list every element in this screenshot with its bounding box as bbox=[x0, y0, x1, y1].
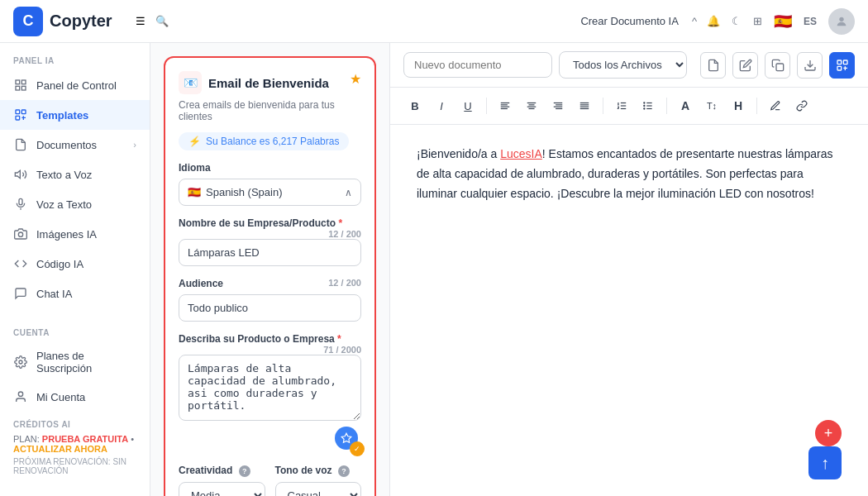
sidebar-item-imagenes-ia[interactable]: Imágenes IA bbox=[0, 219, 150, 249]
avatar[interactable] bbox=[828, 8, 855, 35]
svg-point-12 bbox=[19, 360, 22, 364]
creatividad-tono-row: Creatividad ? Media Tono de voz ? Casual bbox=[179, 465, 361, 496]
sidebar-item-planes[interactable]: Planes de Suscripción bbox=[0, 342, 150, 382]
menu-icon[interactable]: ☰ bbox=[136, 15, 145, 27]
creatividad-select[interactable]: Media bbox=[179, 482, 265, 496]
archive-select[interactable]: Todos los Archivos bbox=[559, 51, 687, 79]
fab-blue-button[interactable]: ↑ bbox=[808, 446, 842, 479]
ai-icon bbox=[13, 107, 28, 122]
sidebar-label-codigo-ia: Código IA bbox=[36, 258, 83, 270]
tono-select[interactable]: Casual bbox=[275, 482, 362, 496]
nombre-group: Nombre de su Empresa/Producto * 12 / 200 bbox=[179, 217, 361, 266]
lang-label: ES bbox=[804, 16, 817, 27]
doc-icon-btn-1[interactable] bbox=[700, 52, 726, 79]
tono-label: Tono de voz ? bbox=[275, 465, 362, 477]
align-center-btn[interactable] bbox=[520, 94, 543, 117]
crear-documento-btn[interactable]: Crear Documento IA bbox=[580, 15, 679, 27]
svg-rect-1 bbox=[16, 80, 20, 84]
search-icon[interactable]: 🔍 bbox=[155, 15, 169, 27]
expand-icon[interactable]: ⊞ bbox=[753, 15, 762, 27]
new-doc-input[interactable] bbox=[403, 52, 552, 78]
sidebar-item-voz-texto[interactable]: Voz a Texto bbox=[0, 189, 150, 219]
unordered-list-btn[interactable] bbox=[637, 94, 660, 117]
main-layout: PANEL IA Panel de Control Templates Docu… bbox=[0, 43, 868, 496]
sidebar-label-documentos: Documentos bbox=[36, 139, 97, 151]
sidebar-item-documentos[interactable]: Documentos › bbox=[0, 130, 150, 160]
audio-icon bbox=[13, 167, 28, 182]
nombre-input[interactable] bbox=[179, 239, 361, 266]
idioma-value: Spanish (Spain) bbox=[206, 186, 345, 198]
lucesia-link[interactable]: LucesIA bbox=[500, 147, 542, 160]
link-btn[interactable] bbox=[790, 94, 813, 117]
grid-icon bbox=[13, 78, 28, 93]
fmt-sep-4 bbox=[756, 98, 757, 114]
editor-content[interactable]: ¡Bienvenido/a a LucesIA! Estamos encanta… bbox=[390, 125, 868, 496]
justify-btn[interactable] bbox=[573, 94, 596, 117]
doc-icon-btn-4[interactable] bbox=[797, 52, 823, 79]
svg-point-11 bbox=[18, 232, 22, 236]
svg-rect-3 bbox=[16, 86, 20, 90]
topnav: C Copyter ☰ 🔍 Crear Documento IA ^ 🔔 ☾ ⊞… bbox=[0, 0, 868, 43]
svg-rect-14 bbox=[776, 64, 784, 71]
bell-icon[interactable]: 🔔 bbox=[707, 15, 720, 27]
svg-rect-6 bbox=[21, 110, 26, 114]
card-title: Email de Bienvenida bbox=[208, 76, 329, 90]
align-right-btn[interactable] bbox=[546, 94, 570, 117]
font-size-btn[interactable]: T↕ bbox=[700, 94, 723, 117]
sidebar-item-mi-cuenta[interactable]: Mi Cuenta bbox=[0, 382, 150, 412]
sidebar-label-panel-control: Panel de Control bbox=[36, 79, 117, 92]
sidebar-item-texto-voz[interactable]: Texto a Voz bbox=[0, 160, 150, 189]
tono-info-icon[interactable]: ? bbox=[338, 465, 350, 477]
ordered-list-btn[interactable] bbox=[610, 94, 633, 117]
logo-icon: C bbox=[13, 7, 43, 36]
idioma-select[interactable]: 🇪🇸 Spanish (Spain) ∧ bbox=[179, 179, 361, 206]
plan-prueba-link[interactable]: PRUEBA GRATUITA bbox=[42, 434, 128, 444]
align-left-btn[interactable] bbox=[494, 94, 517, 117]
mic-icon bbox=[13, 197, 28, 212]
credits-section: CRÉDITOS AI PLAN: PRUEBA GRATUITA • ACTU… bbox=[0, 412, 150, 484]
sidebar-item-panel-control[interactable]: Panel de Control bbox=[0, 70, 150, 100]
svg-point-41 bbox=[644, 103, 645, 103]
star-icon[interactable]: ★ bbox=[350, 71, 361, 87]
audience-input[interactable] bbox=[179, 294, 361, 322]
sidebar-label-planes: Planes de Suscripción bbox=[36, 350, 136, 374]
font-color-btn[interactable]: A bbox=[674, 94, 697, 117]
doc-icon-btn-2[interactable] bbox=[732, 52, 758, 79]
fmt-sep-1 bbox=[486, 98, 487, 114]
ai-badge-container[interactable]: ✓ bbox=[335, 427, 361, 453]
bold-btn[interactable]: B bbox=[403, 94, 427, 117]
sidebar-item-templates[interactable]: Templates bbox=[0, 100, 150, 130]
describe-group: Describa su Producto o Empresa * 71 / 20… bbox=[179, 333, 361, 453]
describe-textarea[interactable]: Lámparas de alta capacidad de alumbrado,… bbox=[179, 355, 361, 421]
svg-rect-7 bbox=[16, 116, 20, 120]
idioma-group: Idioma 🇪🇸 Spanish (Spain) ∧ bbox=[179, 162, 361, 206]
doc-icon-btn-3[interactable] bbox=[765, 52, 790, 79]
underline-btn[interactable]: U bbox=[456, 94, 479, 117]
idioma-label: Idioma bbox=[179, 162, 361, 174]
pen-btn[interactable] bbox=[764, 94, 787, 117]
italic-btn[interactable]: I bbox=[430, 94, 453, 117]
svg-rect-4 bbox=[21, 86, 26, 90]
editor-panel: Todos los Archivos B I U bbox=[390, 43, 868, 496]
camera-icon bbox=[13, 227, 28, 241]
sidebar-label-chat-ia: Chat IA bbox=[36, 288, 72, 300]
chat-icon bbox=[13, 286, 28, 301]
svg-rect-9 bbox=[19, 198, 22, 204]
idioma-flag: 🇪🇸 bbox=[188, 186, 201, 198]
moon-icon[interactable]: ☾ bbox=[732, 15, 742, 27]
sidebar-item-codigo-ia[interactable]: Código IA bbox=[0, 249, 150, 279]
email-card-icon: 📧 bbox=[179, 71, 202, 94]
plan-actualizar-link[interactable]: ACTUALIZAR AHORA bbox=[13, 444, 107, 454]
svg-rect-2 bbox=[21, 80, 26, 84]
balance-text: Su Balance es 6,217 Palabras bbox=[206, 136, 339, 147]
fab-red-button[interactable]: + bbox=[815, 420, 842, 446]
sidebar-section-cuenta: CUENTA bbox=[0, 315, 150, 342]
creatividad-info-icon[interactable]: ? bbox=[239, 465, 250, 477]
describe-label: Describa su Producto o Empresa * 71 / 20… bbox=[179, 333, 361, 345]
heading-btn[interactable]: H bbox=[727, 94, 750, 117]
sidebar: PANEL IA Panel de Control Templates Docu… bbox=[0, 43, 150, 496]
ai-generate-btn[interactable] bbox=[829, 52, 855, 79]
editor-format-bar: B I U A T↕ bbox=[390, 88, 868, 125]
svg-marker-8 bbox=[15, 170, 20, 178]
sidebar-item-chat-ia[interactable]: Chat IA bbox=[0, 279, 150, 308]
